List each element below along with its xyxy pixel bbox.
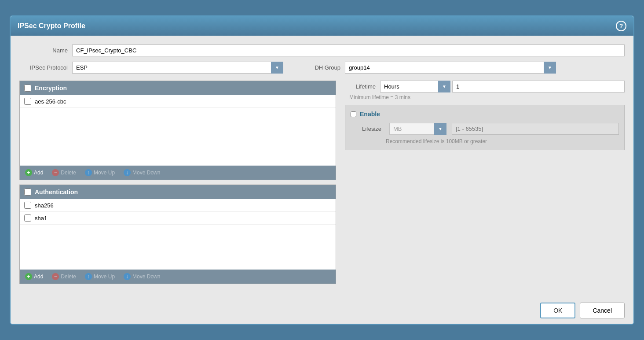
- ipsec-protocol-select[interactable]: ESP AH: [72, 62, 283, 74]
- encryption-header: Encryption: [20, 81, 336, 95]
- main-content: Encryption aes-256-cbc + Add: [19, 81, 625, 288]
- lifesize-value-input[interactable]: [452, 123, 619, 135]
- ipsec-protocol-label: IPSec Protocol: [19, 64, 72, 71]
- lifetime-unit-select-wrapper: seconds minutes Hours days: [380, 81, 450, 92]
- dialog-body: Name IPSec Protocol ESP AH DH Group no-p…: [11, 36, 633, 297]
- encryption-row-value-1: aes-256-cbc: [35, 98, 66, 105]
- authentication-header-label: Authentication: [35, 188, 78, 196]
- lifesize-unit-select[interactable]: KB MB GB: [389, 123, 446, 135]
- dialog-header: IPSec Crypto Profile ?: [11, 16, 633, 36]
- encryption-toolbar: + Add − Delete ↑ Move Up ↓: [20, 166, 336, 180]
- move-down-icon: ↓: [124, 273, 131, 280]
- table-row: sha256: [20, 199, 336, 212]
- help-icon[interactable]: ?: [616, 21, 626, 31]
- dh-group-select-wrapper: no-pfs group1 group2 group5 group14 grou…: [345, 62, 556, 74]
- name-label: Name: [19, 47, 72, 54]
- authentication-move-up-label: Move Up: [94, 273, 115, 280]
- encryption-header-label: Encryption: [35, 85, 67, 92]
- delete-icon: −: [52, 169, 59, 176]
- enable-row: Enable: [351, 111, 619, 118]
- name-input[interactable]: [72, 44, 625, 56]
- authentication-move-down-label: Move Down: [132, 273, 160, 280]
- dialog-title: IPSec Crypto Profile: [18, 22, 85, 30]
- authentication-section: Authentication sha256 sha1: [19, 185, 336, 284]
- lifesize-unit-select-wrapper: KB MB GB: [389, 123, 446, 135]
- lifetime-label: Lifetime: [345, 83, 380, 90]
- delete-icon: −: [52, 273, 59, 280]
- encryption-row-checkbox-1[interactable]: [24, 98, 31, 105]
- lifesize-row: Lifesize KB MB GB: [351, 123, 619, 135]
- authentication-select-all-checkbox[interactable]: [24, 188, 31, 196]
- encryption-add-label: Add: [34, 170, 43, 176]
- auth-row-value-2: sha1: [35, 215, 47, 222]
- authentication-delete-label: Delete: [61, 273, 76, 280]
- authentication-move-down-button[interactable]: ↓ Move Down: [122, 272, 162, 281]
- auth-row-value-1: sha256: [35, 202, 54, 209]
- ok-button[interactable]: OK: [540, 303, 575, 318]
- auth-row-checkbox-1[interactable]: [24, 202, 31, 209]
- lifetime-unit-select[interactable]: seconds minutes Hours days: [380, 81, 450, 92]
- authentication-add-label: Add: [34, 273, 43, 280]
- authentication-move-up-button[interactable]: ↑ Move Up: [83, 272, 117, 281]
- protocol-dh-row: IPSec Protocol ESP AH DH Group no-pfs gr…: [19, 62, 625, 74]
- encryption-delete-label: Delete: [61, 170, 76, 176]
- ipsec-crypto-profile-dialog: IPSec Crypto Profile ? Name IPSec Protoc…: [10, 15, 634, 325]
- encryption-move-up-button[interactable]: ↑ Move Up: [83, 168, 117, 177]
- left-panel: Encryption aes-256-cbc + Add: [19, 81, 336, 288]
- enable-section: Enable Lifesize KB MB GB: [345, 105, 625, 150]
- move-down-icon: ↓: [124, 169, 131, 176]
- encryption-add-button[interactable]: + Add: [23, 168, 45, 177]
- ipsec-protocol-select-wrapper: ESP AH: [72, 62, 283, 74]
- encryption-move-down-label: Move Down: [132, 170, 160, 176]
- dh-group-select[interactable]: no-pfs group1 group2 group5 group14 grou…: [345, 62, 556, 74]
- encryption-section: Encryption aes-256-cbc + Add: [19, 81, 336, 180]
- dh-group-label: DH Group: [310, 64, 345, 71]
- authentication-header: Authentication: [20, 185, 336, 199]
- cancel-button[interactable]: Cancel: [580, 303, 625, 318]
- table-row: aes-256-cbc: [20, 95, 336, 108]
- encryption-delete-button[interactable]: − Delete: [50, 168, 78, 177]
- enable-label: Enable: [360, 111, 380, 118]
- dialog-footer: OK Cancel: [11, 297, 633, 324]
- encryption-move-down-button[interactable]: ↓ Move Down: [122, 168, 162, 177]
- add-icon: +: [25, 273, 32, 280]
- authentication-add-button[interactable]: + Add: [23, 272, 45, 281]
- lifetime-hint: Minimum lifetime = 3 mins: [349, 94, 625, 100]
- authentication-delete-button[interactable]: − Delete: [50, 272, 78, 281]
- lifesize-label: Lifesize: [351, 126, 386, 132]
- move-up-icon: ↑: [85, 169, 92, 176]
- encryption-select-all-checkbox[interactable]: [24, 85, 31, 92]
- authentication-toolbar: + Add − Delete ↑ Move Up ↓: [20, 270, 336, 284]
- name-row: Name: [19, 44, 625, 56]
- authentication-table-body: sha256 sha1: [20, 199, 336, 270]
- enable-checkbox[interactable]: [351, 111, 356, 117]
- lifesize-hint: Recommended lifesize is 100MB or greater: [386, 138, 619, 144]
- move-up-icon: ↑: [85, 273, 92, 280]
- lifetime-row: Lifetime seconds minutes Hours days: [345, 81, 625, 92]
- encryption-move-up-label: Move Up: [94, 170, 115, 176]
- auth-row-checkbox-2[interactable]: [24, 214, 31, 222]
- table-row: sha1: [20, 212, 336, 225]
- right-panel: Lifetime seconds minutes Hours days Mini…: [345, 81, 625, 288]
- lifetime-value-input[interactable]: [452, 81, 625, 92]
- encryption-table-body: aes-256-cbc: [20, 95, 336, 166]
- add-icon: +: [25, 169, 32, 176]
